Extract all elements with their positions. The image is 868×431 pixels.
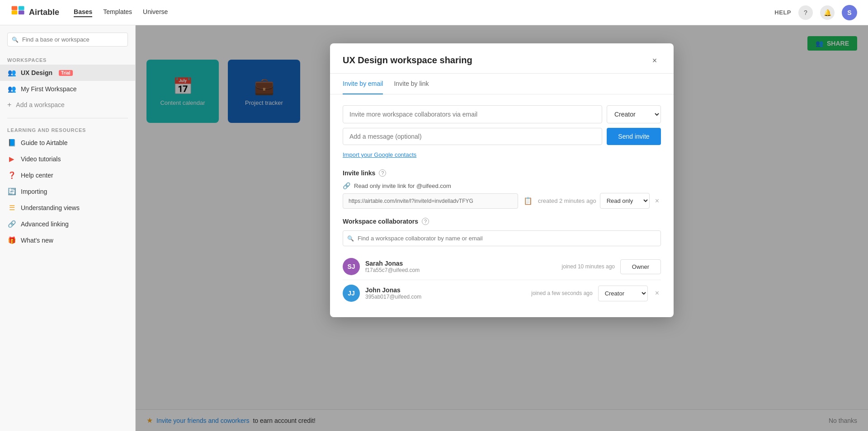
email-input[interactable]: [343, 105, 602, 123]
modal-tabs: Invite by email Invite by link: [330, 74, 674, 94]
content-area: 👥 SHARE 📅 Content calendar 💼 Project tra…: [136, 25, 868, 431]
link-role-select[interactable]: Read only Creator Editor: [600, 193, 650, 209]
sidebar: 🔍 WORKSPACES 👥 UX Design Trial 👥 My Firs…: [0, 25, 136, 431]
email-invite-row: Creator Editor Commenter Read only: [343, 105, 661, 123]
send-invite-button[interactable]: Send invite: [607, 128, 661, 145]
notifications-btn[interactable]: 🔔: [820, 5, 835, 20]
help-icon-btn[interactable]: ?: [798, 5, 813, 20]
workspace-icon: 👥: [7, 68, 16, 77]
tab-invite-by-email[interactable]: Invite by email: [343, 74, 383, 94]
message-row: Send invite: [343, 128, 661, 145]
sarah-name: Sarah Jonas: [365, 260, 557, 267]
sidebar-item-views[interactable]: ☰ Understanding views: [0, 200, 135, 216]
sidebar-item-importing[interactable]: 🔄 Importing: [0, 183, 135, 200]
add-workspace-label: Add a workspace: [16, 101, 64, 108]
views-label: Understanding views: [21, 204, 80, 211]
whats-new-label: What's new: [21, 237, 53, 244]
logo-text: Airtable: [29, 8, 59, 17]
sharing-modal: UX Design workspace sharing × Invite by …: [330, 43, 674, 317]
sarah-avatar: SJ: [343, 258, 360, 275]
collaborator-row-sarah: SJ Sarah Jonas f17a55c7@uifeed.com joine…: [343, 253, 661, 280]
sidebar-item-video[interactable]: ▶ Video tutorials: [0, 151, 135, 167]
invite-links-header: Invite links ?: [343, 169, 661, 177]
modal-overlay: UX Design workspace sharing × Invite by …: [136, 25, 868, 431]
whats-new-icon: 🎁: [7, 236, 16, 245]
collaborator-search-input[interactable]: [343, 230, 661, 246]
help-label-text: Help center: [21, 172, 53, 179]
sidebar-item-ux-design[interactable]: 👥 UX Design Trial: [0, 65, 135, 81]
link-created-time: created 2 minutes ago: [538, 197, 596, 204]
my-first-workspace-name: My First Workspace: [21, 85, 76, 93]
trial-badge: Trial: [59, 70, 73, 76]
collab-search-icon: 🔍: [347, 235, 354, 242]
john-info: John Jonas 395ab017@uifeed.com: [365, 286, 526, 300]
guide-label: Guide to Airtable: [21, 139, 68, 146]
sidebar-item-my-first-workspace[interactable]: 👥 My First Workspace: [0, 81, 135, 97]
invite-link-label: 🔗 Read only invite link for @uifeed.com: [343, 182, 661, 189]
workspace-icon-2: 👥: [7, 84, 16, 94]
link-url-input[interactable]: [343, 193, 518, 209]
import-icon: 🔄: [7, 187, 16, 196]
workspace-name: UX Design: [21, 69, 52, 76]
add-workspace-item[interactable]: + Add a workspace: [0, 97, 135, 112]
search-icon: 🔍: [12, 37, 19, 43]
role-select[interactable]: Creator Editor Commenter Read only: [607, 105, 661, 123]
help-label: HELP: [774, 9, 791, 16]
sarah-email: f17a55c7@uifeed.com: [365, 267, 557, 273]
svg-rect-2: [12, 6, 18, 10]
views-icon: ☰: [7, 203, 16, 212]
modal-close-button[interactable]: ×: [648, 54, 661, 67]
modal-header: UX Design workspace sharing ×: [330, 43, 674, 74]
sidebar-item-help[interactable]: ❓ Help center: [0, 167, 135, 183]
bell-icon: 🔔: [824, 9, 831, 16]
link-remove-button[interactable]: ×: [653, 195, 661, 207]
invite-links-help-icon[interactable]: ?: [379, 169, 386, 177]
video-icon: ▶: [7, 155, 16, 164]
question-icon: ?: [804, 9, 807, 16]
john-role-select[interactable]: Creator Editor Commenter Read only: [598, 286, 648, 301]
invite-link-row: 🔗 Read only invite link for @uifeed.com …: [343, 182, 661, 209]
video-label: Video tutorials: [21, 155, 61, 163]
copy-link-icon[interactable]: 📋: [522, 195, 534, 207]
invite-link-description: Read only invite link for @uifeed.com: [354, 183, 451, 189]
nav-templates[interactable]: Templates: [103, 8, 132, 17]
search-input[interactable]: [7, 33, 128, 47]
modal-body: Creator Editor Commenter Read only Send …: [330, 94, 674, 317]
collaborators-title: Workspace collaborators: [343, 218, 418, 225]
modal-title: UX Design workspace sharing: [343, 55, 472, 73]
user-avatar[interactable]: S: [842, 5, 857, 20]
sarah-joined: joined 10 minutes ago: [562, 263, 615, 270]
add-icon: +: [7, 101, 11, 109]
nav-universe[interactable]: Universe: [143, 8, 168, 17]
logo[interactable]: Airtable: [11, 5, 59, 20]
svg-rect-4: [19, 10, 24, 14]
top-navigation: Airtable Bases Templates Universe HELP ?…: [0, 0, 868, 25]
collaborator-row-john: JJ John Jonas 395ab017@uifeed.com joined…: [343, 280, 661, 306]
invite-links-title: Invite links: [343, 169, 375, 177]
airtable-logo-icon: [11, 5, 25, 20]
google-contacts-link[interactable]: Import your Google contacts: [343, 150, 661, 159]
message-input[interactable]: [343, 128, 602, 145]
nav-right: HELP ? 🔔 S: [774, 5, 857, 20]
tab-invite-by-link[interactable]: Invite by link: [394, 74, 429, 94]
sarah-role-button[interactable]: Owner: [620, 259, 661, 274]
sidebar-item-whats-new[interactable]: 🎁 What's new: [0, 232, 135, 248]
john-remove-button[interactable]: ×: [653, 287, 661, 299]
guide-icon: 📘: [7, 138, 16, 147]
collaborator-search-wrap: 🔍: [343, 230, 661, 246]
linking-label: Advanced linking: [21, 220, 69, 228]
nav-links: Bases Templates Universe: [74, 8, 774, 17]
sidebar-item-linking[interactable]: 🔗 Advanced linking: [0, 216, 135, 232]
sarah-info: Sarah Jonas f17a55c7@uifeed.com: [365, 260, 557, 273]
collaborators-help-icon[interactable]: ?: [422, 218, 429, 225]
linking-icon: 🔗: [7, 220, 16, 229]
workspaces-label: WORKSPACES: [0, 54, 135, 65]
nav-bases[interactable]: Bases: [74, 8, 92, 17]
sidebar-divider: [7, 118, 128, 118]
svg-rect-1: [12, 10, 18, 14]
john-joined: joined a few seconds ago: [531, 290, 592, 296]
importing-label: Importing: [21, 188, 47, 195]
resources-label: LEARNING AND RESOURCES: [0, 124, 135, 135]
sidebar-item-guide[interactable]: 📘 Guide to Airtable: [0, 135, 135, 151]
link-input-row: 📋 created 2 minutes ago Read only Creato…: [343, 193, 661, 209]
